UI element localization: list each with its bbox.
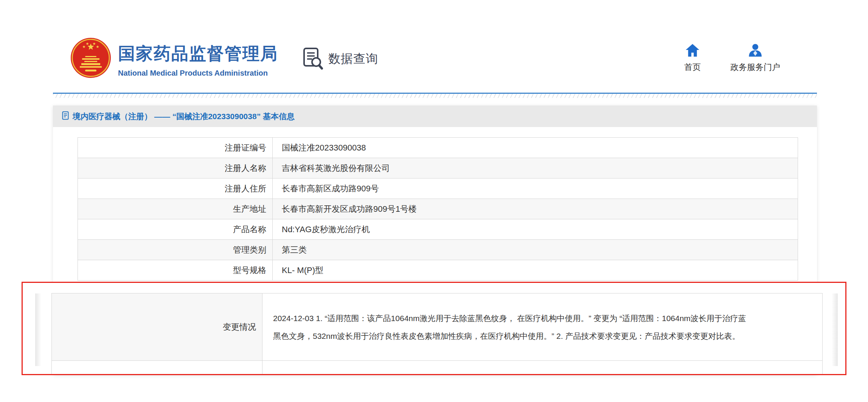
change-record-row-fragment: 变更情况 2024-12-03 1. “适用范围：该产品1064nm激光用于去除… xyxy=(51,293,823,374)
data-query-section-link[interactable]: 数据查询 xyxy=(303,46,378,72)
table-row-change-record: 变更情况 2024-12-03 1. “适用范围：该产品1064nm激光用于去除… xyxy=(52,293,823,361)
table-row: 管理类别 第三类 xyxy=(78,240,798,260)
field-label: 产品名称 xyxy=(78,219,273,240)
field-label: 注册人名称 xyxy=(78,158,273,178)
field-value xyxy=(262,361,823,375)
red-highlight-annotation-box: 变更情况 2024-12-03 1. “适用范围：该产品1064nm激光用于去除… xyxy=(22,282,846,375)
field-value: KL- M(P)型 xyxy=(273,260,798,281)
document-search-icon xyxy=(303,46,323,72)
field-label: 注册证编号 xyxy=(78,138,273,158)
nav-home[interactable]: 首页 xyxy=(679,43,706,73)
field-value: 第三类 xyxy=(273,240,798,260)
registration-info-table: 注册证编号 国械注准20233090038 注册人名称 吉林省科英激光股份有限公… xyxy=(78,137,798,281)
field-value: 长春市高新开发区成功路909号1号楼 xyxy=(273,199,798,219)
nav-home-label: 首页 xyxy=(679,62,706,73)
field-label: 注册人住所 xyxy=(78,178,273,199)
table-row: 产品名称 Nd:YAG皮秒激光治疗机 xyxy=(78,219,798,240)
section-header-bar: 境内医疗器械（注册） —— “国械注准20233090038” 基本信息 xyxy=(53,106,817,127)
table-row-partial xyxy=(52,361,823,375)
field-value: 国械注准20233090038 xyxy=(273,138,798,158)
site-title: 国家药品监督管理局 xyxy=(118,42,278,65)
section-title: 境内医疗器械（注册） —— “国械注准20233090038” 基本信息 xyxy=(73,111,295,122)
table-row: 注册人名称 吉林省科英激光股份有限公司 xyxy=(78,158,798,178)
card-left-edge-shadow xyxy=(35,293,41,366)
data-query-label: 数据查询 xyxy=(328,51,378,67)
table-row: 注册人住所 长春市高新区成功路909号 xyxy=(78,178,798,199)
nav-government-service-portal[interactable]: 政务服务门户 xyxy=(728,43,782,73)
field-label: 管理类别 xyxy=(78,240,273,260)
field-label: 型号规格 xyxy=(78,260,273,281)
field-label: 生产地址 xyxy=(78,199,273,219)
field-label: 变更情况 xyxy=(52,293,262,361)
site-subtitle: National Medical Products Administration xyxy=(118,69,278,78)
field-label xyxy=(52,361,262,375)
document-icon xyxy=(62,111,69,122)
table-row: 生产地址 长春市高新开发区成功路909号1号楼 xyxy=(78,199,798,219)
card-right-edge-shadow xyxy=(832,293,838,366)
china-national-emblem-icon: ★ ★ ★ ★ xyxy=(70,73,112,80)
nmpa-logo[interactable]: ★ ★ ★ ★ xyxy=(70,37,112,79)
table-row: 注册证编号 国械注准20233090038 xyxy=(78,138,798,158)
field-value: 吉林省科英激光股份有限公司 xyxy=(273,158,798,178)
svg-text:★: ★ xyxy=(93,42,96,46)
svg-text:★: ★ xyxy=(86,42,89,46)
user-icon xyxy=(748,52,763,59)
svg-text:★: ★ xyxy=(82,45,86,49)
svg-text:★: ★ xyxy=(96,45,99,49)
header-divider-hatch xyxy=(53,94,817,98)
field-value: 长春市高新区成功路909号 xyxy=(273,178,798,199)
field-value: 2024-12-03 1. “适用范围：该产品1064nm激光用于去除蓝黑色纹身… xyxy=(262,293,823,361)
site-title-block: 国家药品监督管理局 National Medical Products Admi… xyxy=(118,42,278,78)
home-icon xyxy=(685,52,700,59)
field-value: Nd:YAG皮秒激光治疗机 xyxy=(273,219,798,240)
table-row: 型号规格 KL- M(P)型 xyxy=(78,260,798,281)
nav-portal-label: 政务服务门户 xyxy=(728,62,782,73)
